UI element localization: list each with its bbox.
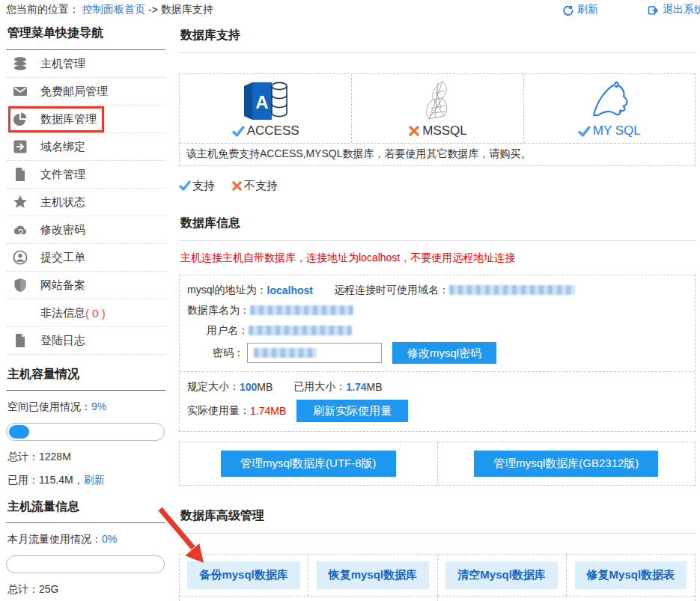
adv-cell: 清空Mysql数据库 — [437, 555, 566, 596]
manage-buttons-table: 管理mysql数据库(UTF-8版) 管理mysql数据库(GB2312版) — [179, 442, 696, 486]
db-name: MSSQL — [422, 123, 467, 138]
database-info-box: mysql的地址为： localhost 远程连接时可使用域名： 数据库名为： … — [179, 275, 696, 432]
db-name-row: 数据库名为： — [187, 300, 687, 320]
breadcrumb-home-link[interactable]: 控制面板首页 — [82, 3, 145, 16]
quota-row: 规定大小： 100 MB 已用大小： 1.74 MB — [187, 377, 687, 397]
disk-total: 总计：1228M — [6, 441, 165, 464]
sidebar-item-database-manage[interactable]: 数据库管理 — [6, 106, 165, 133]
database-support-table: A ACCESS — [179, 73, 696, 166]
sidebar-item-host-manage[interactable]: 主机管理 — [6, 50, 165, 78]
username-label: 用户名： — [207, 324, 249, 338]
db-cell-mssql: MSSQL — [351, 74, 523, 143]
refresh-actual-usage-button[interactable]: 刷新实际使用量 — [296, 400, 408, 422]
sidebar-item-label: 免费邮局管理 — [40, 85, 108, 99]
mysql-address-value: localhost — [267, 284, 313, 296]
disk-usage-value: 9% — [91, 400, 106, 412]
adv-cell: 修复Mysql数据表 — [566, 555, 695, 596]
sidebar-item-label: 域名绑定 — [40, 140, 85, 154]
legend-unsupported-label: 不支持 — [244, 179, 278, 193]
sidebar-item-change-password[interactable]: 修改密码 — [6, 216, 165, 244]
backup-mysql-button[interactable]: 备份mysql数据库 — [187, 561, 299, 589]
advanced-section-title: 数据库高级管理 — [179, 498, 696, 534]
sidebar-item-submit-ticket[interactable]: 提交工单 — [6, 244, 165, 272]
disk-usage-label: 空间已使用情况： — [7, 400, 91, 412]
support-section-title: 数据库支持 — [179, 18, 696, 53]
sidebar-item-mail-manage[interactable]: 免费邮局管理 — [6, 78, 165, 106]
legend-supported-label: 支持 — [192, 179, 215, 193]
db-support-note: 该主机免费支持ACCESS,MYSQL数据库，若要使用其它数据库，请购买。 — [180, 143, 695, 165]
logout-button[interactable]: 退出系统 — [648, 3, 700, 16]
access-icon: A — [242, 79, 290, 121]
empty-mysql-button[interactable]: 清空Mysql数据库 — [445, 561, 558, 589]
manage-mysql-utf8-button[interactable]: 管理mysql数据库(UTF-8版) — [221, 451, 396, 477]
legend-supported: 支持 — [179, 179, 215, 193]
mssql-icon — [418, 79, 457, 121]
sidebar-item-label: 主机状态 — [40, 195, 85, 210]
cross-icon — [408, 125, 420, 137]
actual-usage-label: 实际使用量： — [187, 404, 250, 418]
password-row: 密码： 修改mysql密码 — [187, 342, 687, 364]
shield-icon — [13, 278, 28, 293]
legend-unsupported: 不支持 — [231, 179, 278, 193]
refresh-button[interactable]: 刷新 — [562, 3, 598, 16]
refresh-label: 刷新 — [577, 3, 598, 16]
sidebar-item-label: 文件管理 — [40, 168, 85, 182]
top-actions: 刷新 退出系统 — [562, 3, 700, 16]
username-row: 用户名： — [187, 320, 687, 341]
size-rows: 规定大小： 100 MB 已用大小： 1.74 MB 实际使用量： 1.74MB… — [180, 371, 695, 431]
check-icon — [179, 180, 191, 192]
password-input[interactable] — [247, 343, 382, 363]
disk-used-label: 已用：115.4M， — [7, 474, 84, 486]
password-label: 密码： — [213, 347, 244, 360]
traffic-total: 总计：25G — [6, 573, 165, 597]
manage-gb2312-cell: 管理mysql数据库(GB2312版) — [437, 442, 696, 485]
disk-usage-line: 空间已使用情况：9% — [6, 391, 165, 414]
disk-refresh-link[interactable]: 刷新 — [84, 474, 105, 486]
password-value-masked — [254, 348, 317, 358]
used-size-unit: MB — [367, 381, 383, 393]
sidebar-item-label: 提交工单 — [40, 251, 85, 265]
capacity-section-title: 主机容量情况 — [6, 355, 165, 391]
remote-domain-label: 远程连接时可使用域名： — [334, 284, 449, 297]
traffic-used: 已用：0.0G — [6, 597, 165, 601]
top-bar: 您当前的位置： 控制面板首页 -> 数据库支持 刷新 退出系统 — [0, 0, 700, 18]
breadcrumb-separator: -> — [148, 4, 158, 16]
db-name: MY SQL — [593, 123, 641, 138]
db-cell-mysql: MY SQL — [523, 74, 695, 143]
sidebar-item-file-manage[interactable]: 文件管理 — [6, 161, 165, 189]
change-mysql-password-button[interactable]: 修改mysql密码 — [392, 342, 496, 364]
sidebar-item-host-status[interactable]: 主机状态 — [6, 189, 165, 216]
breadcrumb: 您当前的位置： 控制面板首页 -> 数据库支持 — [6, 3, 213, 16]
mail-icon — [13, 84, 28, 99]
disk-usage-bar-fill — [9, 425, 29, 439]
actual-usage-value: 1.74MB — [250, 405, 286, 417]
quota-value: 100 — [240, 381, 257, 393]
main-content: 数据库支持 A — [179, 18, 696, 601]
db-warning-text: 主机连接主机自带数据库，连接地址为localhost，不要使用远程地址连接 — [180, 251, 696, 265]
logout-label: 退出系统 — [663, 3, 700, 16]
logout-icon — [648, 4, 659, 16]
refresh-icon — [562, 4, 573, 16]
repair-mysql-button[interactable]: 修复Mysql数据表 — [575, 561, 687, 589]
db-cell-access: A ACCESS — [180, 74, 351, 143]
adv-cell: 备份mysql数据库至databases目录 — [180, 597, 437, 601]
breadcrumb-current: 数据库支持 — [161, 3, 213, 16]
mysql-address-label: mysql的地址为： — [187, 284, 267, 297]
svg-text:A: A — [255, 92, 268, 112]
sidebar-item-login-log[interactable]: 登陆日志 — [6, 327, 165, 355]
restore-mysql-button[interactable]: 恢复mysql数据库 — [317, 561, 429, 589]
sidebar-item-domain-bind[interactable]: 域名绑定 — [6, 133, 165, 161]
cross-icon — [231, 180, 243, 192]
db-label-mysql: MY SQL — [578, 123, 641, 138]
file-icon — [13, 333, 28, 348]
manage-mysql-gb2312-button[interactable]: 管理mysql数据库(GB2312版) — [474, 451, 658, 477]
actual-usage-row: 实际使用量： 1.74MB 刷新实际使用量 — [187, 400, 687, 422]
server-icon — [13, 56, 28, 71]
file-icon — [13, 167, 28, 182]
adv-cell: 备份mysql数据库 — [180, 555, 308, 596]
sidebar-item-label: 非法信息 — [40, 306, 85, 320]
sidebar-item-website-record[interactable]: 网站备案 — [6, 272, 165, 299]
sidebar-item-label: 修改密码 — [40, 223, 85, 237]
used-size-label: 已用大小： — [293, 380, 346, 394]
sidebar-item-illegal-info[interactable]: 非法信息 ( 0 ) — [6, 299, 165, 327]
